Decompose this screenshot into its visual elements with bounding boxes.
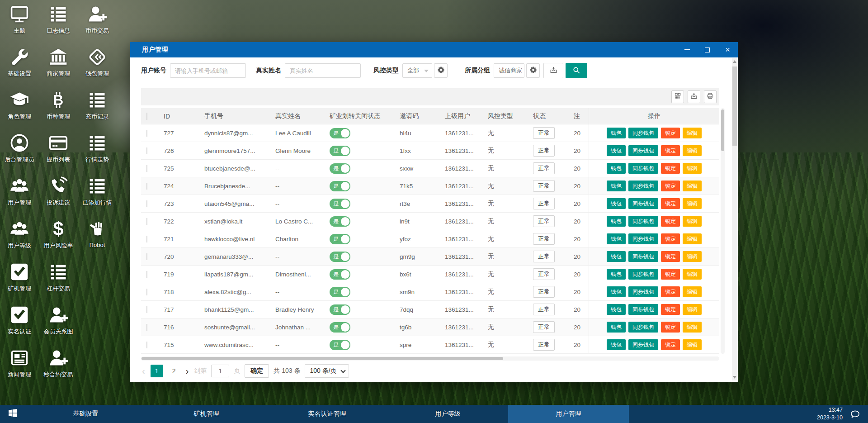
status-badge[interactable]: 正常 (533, 233, 555, 245)
desktop-icon-角色管理[interactable]: 角色管理 (0, 86, 39, 129)
page-size-select[interactable]: 100 条/页 (305, 364, 349, 378)
confirm-page-button[interactable]: 确定 (245, 364, 269, 378)
transfer-toggle[interactable]: 是 (330, 216, 350, 227)
columns-button[interactable] (671, 90, 684, 103)
row-checkbox[interactable] (146, 289, 147, 295)
transfer-toggle[interactable]: 是 (330, 163, 350, 174)
desktop-icon-用户管理[interactable]: 用户管理 (0, 172, 39, 215)
row-checkbox[interactable] (146, 218, 147, 225)
edit-button[interactable]: 编辑 (683, 216, 702, 227)
taskbar-clock[interactable]: 13:47 2023-3-10 (817, 406, 843, 422)
window-vertical-scrollbar[interactable] (732, 58, 737, 380)
group-settings-button[interactable] (526, 63, 540, 78)
sync-wallet-button[interactable]: 同步钱包 (628, 304, 658, 315)
transfer-toggle[interactable]: 是 (330, 146, 350, 156)
sync-wallet-button[interactable]: 同步钱包 (628, 198, 658, 209)
export-table-button[interactable] (688, 90, 700, 103)
risk-type-select[interactable]: 全部 (402, 63, 432, 78)
account-input[interactable] (170, 63, 246, 78)
row-checkbox[interactable] (146, 147, 147, 154)
sync-wallet-button[interactable]: 同步钱包 (628, 269, 658, 280)
close-button[interactable]: × (717, 42, 738, 57)
scroll-up-arrow[interactable] (732, 58, 737, 65)
row-checkbox[interactable] (146, 271, 147, 278)
wallet-button[interactable]: 钱包 (607, 304, 626, 315)
desktop-icon-行情走势[interactable]: 行情走势 (78, 129, 117, 172)
desktop-icon-商家管理[interactable]: 商家管理 (39, 43, 78, 86)
taskbar-item-矿机管理[interactable]: 矿机管理 (146, 405, 267, 423)
desktop-icon-用户风险率[interactable]: $用户风险率 (39, 215, 78, 258)
lock-button[interactable]: 锁定 (661, 269, 680, 280)
desktop-icon-后台管理员[interactable]: 后台管理员 (0, 129, 39, 172)
wallet-button[interactable]: 钱包 (607, 216, 626, 227)
transfer-toggle[interactable]: 是 (330, 269, 350, 280)
wallet-button[interactable]: 钱包 (607, 163, 626, 174)
edit-button[interactable]: 编辑 (683, 128, 702, 138)
desktop-icon-主题[interactable]: 主题 (0, 0, 39, 43)
prev-page-button[interactable]: ‹ (141, 366, 146, 376)
edit-button[interactable]: 编辑 (683, 286, 702, 297)
sync-wallet-button[interactable]: 同步钱包 (628, 286, 658, 297)
transfer-toggle[interactable]: 是 (330, 234, 350, 244)
scrollbar-thumb[interactable] (142, 357, 503, 360)
wallet-button[interactable]: 钱包 (607, 233, 626, 244)
transfer-toggle[interactable]: 是 (330, 128, 350, 138)
table-vertical-scrollbar[interactable] (721, 108, 725, 354)
edit-button[interactable]: 编辑 (683, 163, 702, 174)
lock-button[interactable]: 锁定 (661, 145, 680, 156)
status-badge[interactable]: 正常 (533, 304, 555, 315)
transfer-toggle[interactable]: 是 (330, 252, 350, 262)
desktop-icon-用户等级[interactable]: 用户等级 (0, 215, 39, 258)
sync-wallet-button[interactable]: 同步钱包 (628, 322, 658, 333)
sync-wallet-button[interactable]: 同步钱包 (628, 339, 658, 350)
edit-button[interactable]: 编辑 (683, 269, 702, 280)
desktop-icon-矿机管理[interactable]: 矿机管理 (0, 258, 39, 301)
lock-button[interactable]: 锁定 (661, 286, 680, 297)
status-badge[interactable]: 正常 (533, 286, 555, 298)
desktop-icon-Robot[interactable]: Robot (78, 215, 117, 258)
lock-button[interactable]: 锁定 (661, 128, 680, 138)
row-checkbox[interactable] (146, 342, 147, 348)
taskbar-item-实名认证管理[interactable]: 实名认证管理 (267, 405, 387, 423)
next-page-button[interactable]: › (185, 366, 190, 376)
wallet-button[interactable]: 钱包 (607, 286, 626, 297)
wallet-button[interactable]: 钱包 (607, 269, 626, 280)
desktop-icon-投诉建议[interactable]: 投诉建议 (39, 172, 78, 215)
maximize-button[interactable] (697, 42, 717, 57)
desktop-icon-币种管理[interactable]: B币种管理 (39, 86, 78, 129)
lock-button[interactable]: 锁定 (661, 304, 680, 315)
desktop-icon-基础设置[interactable]: 基础设置 (0, 43, 39, 86)
sync-wallet-button[interactable]: 同步钱包 (628, 181, 658, 191)
desktop-icon-会员关系图[interactable]: 会员关系图 (39, 301, 78, 344)
status-badge[interactable]: 正常 (533, 251, 555, 262)
desktop-icon-提币列表[interactable]: 提币列表 (39, 129, 78, 172)
realname-input[interactable] (285, 63, 361, 78)
lock-button[interactable]: 锁定 (661, 251, 680, 262)
print-button[interactable] (704, 90, 717, 103)
transfer-toggle[interactable]: 是 (330, 322, 350, 333)
export-filter-button[interactable] (543, 63, 563, 78)
group-select[interactable]: 诚信商家 (494, 63, 524, 78)
lock-button[interactable]: 锁定 (661, 198, 680, 209)
lock-button[interactable]: 锁定 (661, 233, 680, 244)
page-button-1[interactable]: 1 (151, 365, 163, 377)
wallet-button[interactable]: 钱包 (607, 339, 626, 350)
row-checkbox[interactable] (146, 253, 147, 260)
transfer-toggle[interactable]: 是 (330, 287, 350, 297)
status-badge[interactable]: 正常 (533, 321, 555, 333)
status-badge[interactable]: 正常 (533, 268, 555, 280)
wallet-button[interactable]: 钱包 (607, 251, 626, 262)
edit-button[interactable]: 编辑 (683, 339, 702, 350)
scroll-down-arrow[interactable] (732, 374, 737, 380)
scrollbar-thumb[interactable] (732, 67, 737, 146)
row-checkbox[interactable] (146, 236, 147, 242)
desktop-icon-实名认证[interactable]: 实名认证 (0, 301, 39, 344)
row-checkbox[interactable] (146, 306, 147, 313)
status-badge[interactable]: 正常 (533, 198, 555, 209)
sync-wallet-button[interactable]: 同步钱包 (628, 216, 658, 227)
edit-button[interactable]: 编辑 (683, 145, 702, 156)
taskbar-item-用户管理[interactable]: 用户管理 (508, 405, 629, 423)
sync-wallet-button[interactable]: 同步钱包 (628, 163, 658, 174)
desktop-icon-杠杆交易[interactable]: 杠杆交易 (39, 258, 78, 301)
desktop-icon-秒合约交易[interactable]: 秒合约交易 (39, 344, 78, 387)
